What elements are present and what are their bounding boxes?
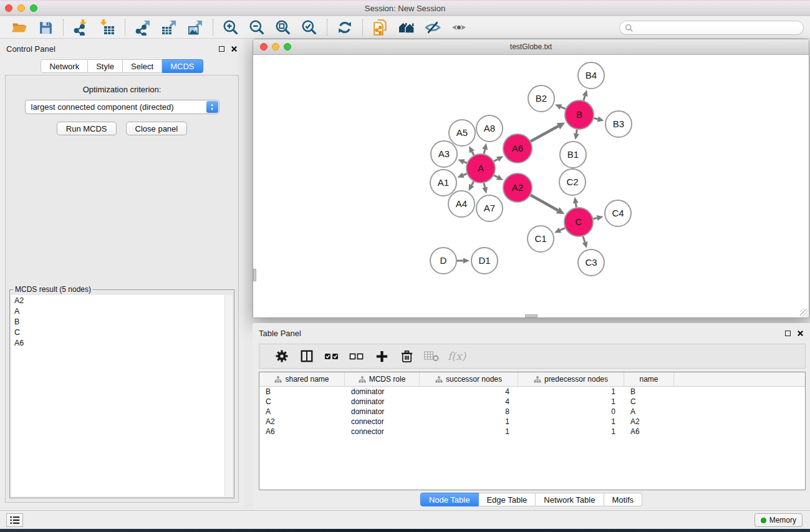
function-builder-button[interactable]: f(x) <box>448 350 466 362</box>
network-window-titlebar[interactable]: testGlobe.txt <box>253 39 809 55</box>
graph-edge[interactable] <box>576 203 576 207</box>
graph-edge[interactable] <box>583 236 585 242</box>
trash-icon <box>400 349 414 364</box>
mcds-result-item[interactable]: A <box>11 306 233 316</box>
table-row[interactable]: A6connector11A6 <box>259 427 805 437</box>
graph-edge[interactable] <box>594 118 597 120</box>
save-session-button[interactable] <box>37 19 54 36</box>
column-header-predecessor-nodes[interactable]: predecessor nodes <box>518 372 624 386</box>
close-panel-button[interactable]: Close panel <box>126 122 188 135</box>
table-panel-tabs: Node TableEdge TableNetwork TableMotifs <box>420 493 642 506</box>
tab-mcds[interactable]: MCDS <box>162 59 203 73</box>
graph-edge[interactable] <box>464 162 467 163</box>
tab-style[interactable]: Style <box>88 59 123 73</box>
table-row[interactable]: Bdominator41B <box>259 387 805 397</box>
status-bar: Memory <box>0 510 810 529</box>
table-row[interactable]: A2connector11A2 <box>259 417 805 427</box>
table-settings-button[interactable] <box>272 346 291 366</box>
graph-edge-arrowhead <box>582 241 588 248</box>
eye-icon <box>451 19 467 36</box>
delete-table-button[interactable] <box>422 346 441 366</box>
zoom-fit-button[interactable] <box>275 19 291 36</box>
graph-edge[interactable] <box>471 181 473 185</box>
toolbar-separator <box>213 19 213 36</box>
mcds-result-list[interactable]: A2ABCA6 <box>11 295 233 496</box>
zoom-out-button[interactable] <box>249 19 265 36</box>
search-box[interactable] <box>619 21 804 35</box>
task-history-button[interactable] <box>6 513 23 527</box>
close-panel-icon[interactable] <box>231 46 238 52</box>
export-table-icon <box>161 19 177 36</box>
splitter-grip[interactable] <box>525 314 538 317</box>
graph-edge[interactable] <box>593 218 597 218</box>
resize-grip-icon[interactable] <box>800 309 808 317</box>
table-body: Bdominator41BCdominator41CAdominator80AA… <box>259 387 805 437</box>
graph-edge[interactable] <box>472 152 474 155</box>
graph-edge-arrowhead <box>482 187 488 194</box>
graph-edge[interactable] <box>484 149 485 153</box>
scrollbar-track[interactable] <box>224 295 233 496</box>
table-row[interactable]: Cdominator41C <box>259 397 805 407</box>
tab-edge-table[interactable]: Edge Table <box>478 493 536 506</box>
table-row[interactable]: Adominator80A <box>259 407 805 417</box>
graph-edge[interactable] <box>560 228 565 230</box>
new-network-from-selection-button[interactable] <box>372 19 388 36</box>
column-header-mcds-role[interactable]: MCDS role <box>345 372 420 386</box>
control-panel: Control Panel NetworkStyleSelectMCDS Opt… <box>0 39 244 510</box>
tab-network-table[interactable]: Network Table <box>536 493 604 506</box>
table-cell: A2 <box>624 417 674 427</box>
houses-icon <box>398 19 415 36</box>
splitter-grip[interactable] <box>253 269 256 281</box>
open-session-button[interactable] <box>11 19 27 36</box>
deselect-all-button[interactable] <box>347 346 366 366</box>
tab-motifs[interactable]: Motifs <box>604 493 642 506</box>
graph-edge[interactable] <box>576 130 577 133</box>
graph-edge[interactable] <box>494 175 498 177</box>
import-table-button[interactable] <box>99 19 115 36</box>
export-table-button[interactable] <box>161 19 177 36</box>
tab-network[interactable]: Network <box>41 59 88 73</box>
network-graph[interactable]: B4B2BB3A5A8A6B1A3AA1C2A2A4A7C4CC1C3DD1 <box>253 56 809 317</box>
graph-edge[interactable] <box>584 96 585 100</box>
graph-edge[interactable] <box>531 126 558 141</box>
select-all-button[interactable] <box>322 346 341 366</box>
graph-edge[interactable] <box>494 159 498 161</box>
graph-edge[interactable] <box>463 174 467 175</box>
refresh-view-button[interactable] <box>337 19 353 36</box>
optimization-criterion-select[interactable]: largest connected component (directed) ▲… <box>25 100 219 114</box>
run-mcds-button[interactable]: Run MCDS <box>57 122 117 135</box>
graph-edge[interactable] <box>531 195 558 211</box>
mcds-result-item[interactable]: A6 <box>11 337 233 348</box>
first-neighbors-button[interactable] <box>398 19 415 36</box>
graph-edge[interactable] <box>561 107 565 109</box>
column-header-name[interactable]: name <box>624 372 674 386</box>
save-floppy-icon <box>38 20 54 36</box>
mcds-result-item[interactable]: C <box>11 327 233 337</box>
import-network-button[interactable] <box>73 19 89 36</box>
mcds-result-item[interactable]: B <box>11 316 233 327</box>
zoom-selected-button[interactable] <box>301 19 317 36</box>
close-panel-icon[interactable] <box>797 330 804 337</box>
desktop-background <box>0 529 810 532</box>
network-canvas[interactable]: B4B2BB3A5A8A6B1A3AA1C2A2A4A7C4CC1C3DD1 <box>253 56 809 317</box>
mcds-result-item[interactable]: A2 <box>11 295 233 306</box>
network-view-window: testGlobe.txt B4B2BB3A5A8A6B1A3AA1C2A2A4… <box>253 39 809 318</box>
tab-node-table[interactable]: Node Table <box>420 493 479 506</box>
float-panel-icon[interactable] <box>785 331 791 336</box>
graph-node-label: C3 <box>585 257 597 268</box>
hide-selected-button[interactable] <box>425 19 441 36</box>
memory-button[interactable]: Memory <box>755 513 803 527</box>
show-columns-button[interactable] <box>297 346 316 366</box>
tab-select[interactable]: Select <box>123 59 162 73</box>
zoom-in-button[interactable] <box>223 19 239 36</box>
search-input[interactable] <box>634 24 798 32</box>
column-header-successor-nodes[interactable]: successor nodes <box>420 372 518 386</box>
export-network-button[interactable] <box>135 19 151 36</box>
show-all-button[interactable] <box>451 19 467 36</box>
delete-columns-button[interactable] <box>397 346 416 366</box>
graph-edge[interactable] <box>484 183 485 187</box>
float-panel-icon[interactable] <box>219 46 224 52</box>
add-column-button[interactable] <box>372 346 391 366</box>
export-image-button[interactable] <box>187 19 203 36</box>
column-header-shared-name[interactable]: shared name <box>259 372 345 386</box>
